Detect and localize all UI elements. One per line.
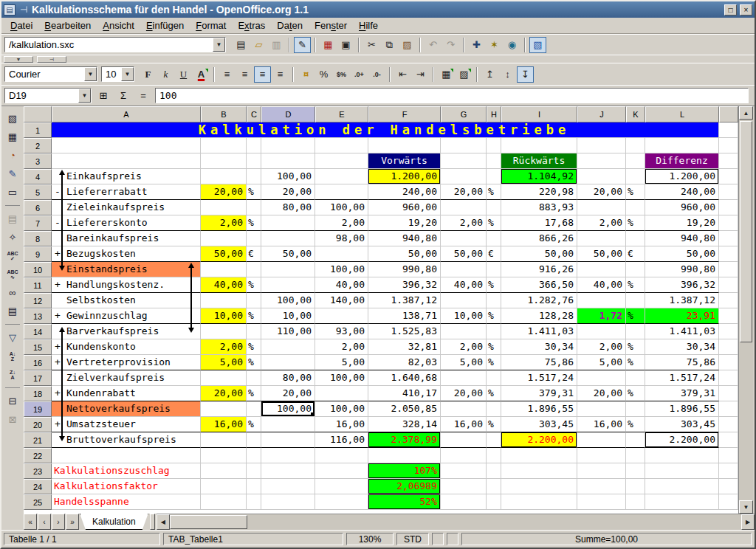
row-header-16[interactable]: 16 — [24, 355, 52, 370]
row-header-15[interactable]: 15 — [24, 339, 52, 355]
last-sheet-icon[interactable]: » — [66, 514, 79, 530]
previous-sheet-icon[interactable]: ‹ — [38, 514, 51, 530]
delete-decimal-icon[interactable]: .0- — [368, 66, 385, 83]
standard-format-icon[interactable]: $% — [333, 66, 350, 83]
find-replace-icon[interactable]: ∞ — [4, 284, 21, 301]
cell-K9[interactable]: € — [626, 246, 645, 262]
cell-D25[interactable] — [261, 494, 315, 510]
cell-L15[interactable]: 30,34 — [645, 339, 719, 355]
cell-B20[interactable]: 16,00 — [201, 417, 247, 432]
cell-C19[interactable] — [247, 401, 261, 417]
cell-E5[interactable] — [315, 184, 368, 200]
cell-F16[interactable]: 82,03 — [368, 355, 441, 370]
scroll-left-icon[interactable]: ◀ — [157, 514, 170, 530]
cell-G22[interactable] — [441, 448, 487, 463]
cell-K24[interactable] — [626, 479, 645, 494]
cell-E11[interactable]: 40,00 — [315, 277, 368, 293]
cell-G14[interactable] — [441, 324, 487, 339]
cell-C10[interactable] — [247, 262, 261, 277]
dock-handle-icon[interactable]: ▼ — [4, 56, 33, 63]
cell-A3[interactable] — [52, 153, 201, 169]
cell-J22[interactable] — [577, 448, 626, 463]
cell-C11[interactable]: % — [247, 277, 261, 293]
cell-partial-15[interactable] — [719, 339, 738, 355]
cell-D16[interactable] — [261, 355, 315, 370]
url-dropdown-icon[interactable]: ▼ — [213, 38, 225, 52]
cell-G21[interactable] — [441, 432, 487, 448]
cell-A20[interactable]: +Umsatzsteuer — [52, 417, 201, 432]
cell-H4[interactable] — [487, 169, 501, 184]
row-header-7[interactable]: 7 — [24, 215, 52, 231]
cell-B17[interactable] — [201, 370, 247, 386]
cell-partial-24[interactable] — [719, 479, 738, 494]
cell-E8[interactable]: 98,00 — [315, 231, 368, 246]
gallery-icon[interactable]: ▧ — [529, 37, 546, 53]
cell-I6[interactable]: 883,93 — [501, 200, 577, 215]
cell-E2[interactable] — [315, 138, 368, 153]
row-header-14[interactable]: 14 — [24, 324, 52, 339]
cell-C8[interactable] — [247, 231, 261, 246]
cell-B23[interactable] — [201, 463, 247, 479]
cell-partial-11[interactable] — [719, 277, 738, 293]
row-header-11[interactable]: 11 — [24, 277, 52, 293]
background-color-icon[interactable]: ▨ — [456, 66, 472, 83]
cell-E4[interactable] — [315, 169, 368, 184]
cell-H15[interactable]: % — [487, 339, 501, 355]
menu-format[interactable]: Format — [190, 18, 232, 32]
cell-C9[interactable]: € — [247, 246, 261, 262]
cell-A5[interactable]: -Liefererrabatt — [52, 184, 201, 200]
font-color-icon[interactable]: A — [193, 66, 210, 83]
vertical-scroll-thumb[interactable] — [740, 121, 752, 342]
align-justify-icon[interactable]: ≡ — [272, 66, 289, 83]
scroll-up-icon[interactable]: ▲ — [739, 106, 753, 120]
cell-E6[interactable]: 100,00 — [315, 200, 368, 215]
next-sheet-icon[interactable]: › — [52, 514, 65, 530]
cell-C21[interactable] — [247, 432, 261, 448]
sheet-title-cell[interactable]: Kalkulation der Handelsbetriebe — [52, 122, 719, 138]
cell-F10[interactable]: 990,80 — [368, 262, 441, 277]
cell-H14[interactable] — [487, 324, 501, 339]
cell-I17[interactable]: 1.517,24 — [501, 370, 577, 386]
cell-E9[interactable] — [315, 246, 368, 262]
cell-G16[interactable]: 5,00 — [441, 355, 487, 370]
cell-F19[interactable]: 2.050,85 — [368, 401, 441, 417]
edit-file-icon[interactable]: ✎ — [294, 37, 311, 53]
cell-reference-box[interactable]: D19 ▼ — [4, 88, 92, 103]
cell-A6[interactable]: Zieleinkaufspreis — [52, 200, 201, 215]
cell-D19[interactable]: 100,00 — [261, 401, 315, 417]
cell-I4[interactable]: 1.104,92 — [501, 169, 577, 184]
cell-J23[interactable] — [577, 463, 626, 479]
cell-H10[interactable] — [487, 262, 501, 277]
cell-F8[interactable]: 940,80 — [368, 231, 441, 246]
cell-B16[interactable]: 5,00 — [201, 355, 247, 370]
cell-F6[interactable]: 960,00 — [368, 200, 441, 215]
font-name-combobox[interactable]: Courier ▼ — [4, 66, 97, 82]
cell-F23[interactable]: 107% — [368, 463, 441, 479]
cell-C13[interactable]: % — [247, 308, 261, 324]
cell-partial-4[interactable] — [719, 169, 738, 184]
row-header-3[interactable]: 3 — [24, 153, 52, 169]
cell-D20[interactable] — [261, 417, 315, 432]
menu-daten[interactable]: Daten — [271, 18, 309, 32]
cell-L13[interactable]: 23,91 — [645, 308, 719, 324]
cell-E25[interactable] — [315, 494, 368, 510]
cell-F18[interactable]: 410,17 — [368, 386, 441, 401]
cell-D21[interactable] — [261, 432, 315, 448]
cell-C12[interactable] — [247, 293, 261, 308]
cell-D13[interactable]: 10,00 — [261, 308, 315, 324]
cell-L8[interactable]: 940,80 — [645, 231, 719, 246]
vertical-scroll-track[interactable] — [739, 120, 753, 500]
cell-B13[interactable]: 10,00 — [201, 308, 247, 324]
cell-partial-25[interactable] — [719, 494, 738, 510]
cell-C24[interactable] — [247, 479, 261, 494]
function-wizard-icon[interactable]: ⊞ — [95, 89, 111, 103]
spellcheck-icon[interactable]: ABC ✓ — [4, 247, 21, 264]
menu-extras[interactable]: Extras — [232, 18, 271, 32]
cell-K13[interactable]: % — [626, 308, 645, 324]
cell-H22[interactable] — [487, 448, 501, 463]
cell-partial-12[interactable] — [719, 293, 738, 308]
cell-A8[interactable]: Bareinkaufspreis — [52, 231, 201, 246]
cell-K2[interactable] — [626, 138, 645, 153]
sum-icon[interactable]: Σ — [115, 89, 131, 103]
cell-J15[interactable]: 2,00 — [577, 339, 626, 355]
